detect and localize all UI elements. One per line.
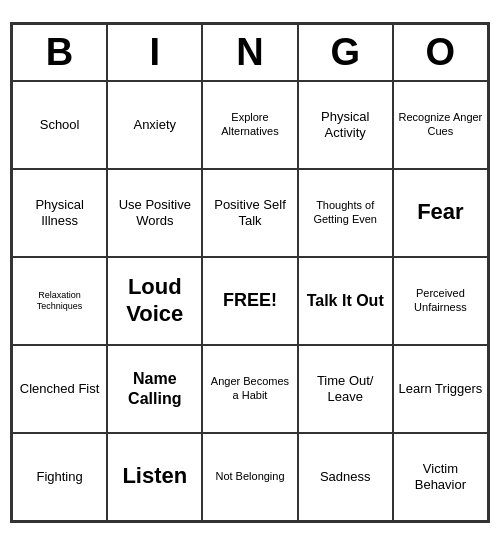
bingo-cell: Anxiety (107, 81, 202, 169)
bingo-cell: Loud Voice (107, 257, 202, 345)
bingo-cell: Perceived Unfairness (393, 257, 488, 345)
bingo-cell: Relaxation Techniques (12, 257, 107, 345)
bingo-cell: Anger Becomes a Habit (202, 345, 297, 433)
bingo-cell: Not Belonging (202, 433, 297, 521)
bingo-letter: B (12, 24, 107, 81)
bingo-cell: Physical Illness (12, 169, 107, 257)
bingo-cell: Recognize Anger Cues (393, 81, 488, 169)
bingo-cell: Physical Activity (298, 81, 393, 169)
bingo-cell: Time Out/ Leave (298, 345, 393, 433)
bingo-cell: Learn Triggers (393, 345, 488, 433)
bingo-card: BINGO SchoolAnxietyExplore AlternativesP… (10, 22, 490, 523)
bingo-cell: FREE! (202, 257, 297, 345)
bingo-cell: Fear (393, 169, 488, 257)
bingo-cell: Thoughts of Getting Even (298, 169, 393, 257)
bingo-cell: Clenched Fist (12, 345, 107, 433)
bingo-letter: N (202, 24, 297, 81)
bingo-cell: Name Calling (107, 345, 202, 433)
bingo-cell: Sadness (298, 433, 393, 521)
bingo-grid: SchoolAnxietyExplore AlternativesPhysica… (12, 81, 488, 521)
bingo-cell: Victim Behavior (393, 433, 488, 521)
bingo-letter: G (298, 24, 393, 81)
bingo-cell: Talk It Out (298, 257, 393, 345)
bingo-cell: Listen (107, 433, 202, 521)
bingo-header: BINGO (12, 24, 488, 81)
bingo-cell: Use Positive Words (107, 169, 202, 257)
bingo-cell: School (12, 81, 107, 169)
bingo-cell: Explore Alternatives (202, 81, 297, 169)
bingo-letter: O (393, 24, 488, 81)
bingo-cell: Positive Self Talk (202, 169, 297, 257)
bingo-letter: I (107, 24, 202, 81)
bingo-cell: Fighting (12, 433, 107, 521)
